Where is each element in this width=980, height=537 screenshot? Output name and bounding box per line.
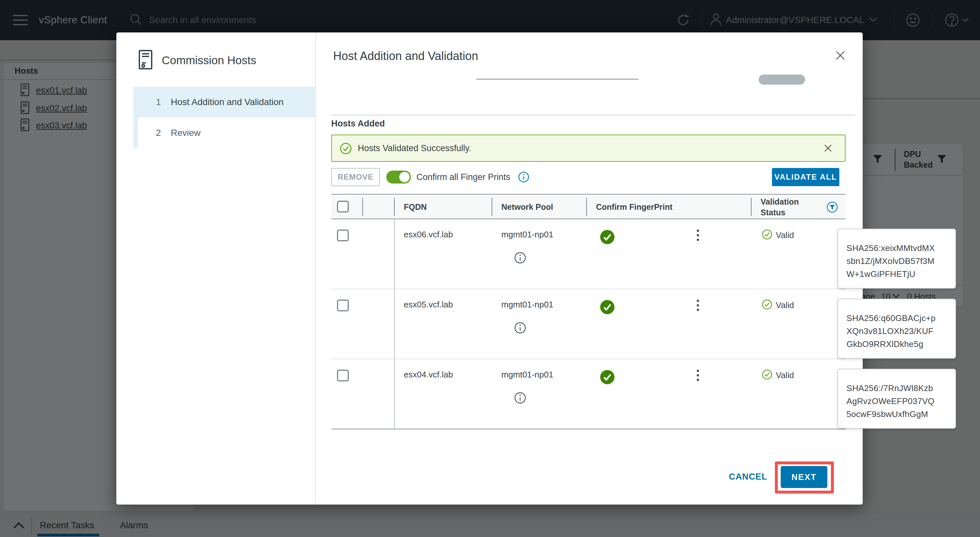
remove-button[interactable]: REMOVE (331, 168, 380, 186)
valid-status-icon (762, 299, 773, 311)
info-icon[interactable] (514, 392, 526, 405)
page-title: Host Addition and Validation (333, 49, 478, 63)
cell-validation-status: Valid (776, 300, 794, 310)
success-banner: Hosts Validated Successfully. (331, 135, 845, 162)
next-button[interactable]: NEXT (781, 466, 827, 488)
row-checkbox[interactable] (337, 370, 349, 381)
confirm-fingerprints-toggle[interactable] (386, 171, 411, 183)
cell-validation-status: Valid (776, 230, 794, 240)
section-divider (331, 115, 856, 115)
info-icon[interactable] (514, 252, 526, 265)
success-check-icon (340, 142, 352, 156)
scrolled-input-underline (476, 79, 638, 80)
table-row: esx06.vcf.lab mgmt01-np01 SHA256:xeixMMt… (331, 219, 845, 289)
modal-title: Commission Hosts (162, 54, 256, 67)
cell-fqdn: esx06.vcf.lab (404, 229, 453, 240)
row-checkbox[interactable] (337, 300, 349, 311)
fingerprint-line: XQn3v81LOXh23/KUF (846, 325, 947, 338)
cell-network-pool: mgmt01-np01 (501, 300, 553, 310)
fingerprint-line: AgRvzOWeEFP037VQ (846, 395, 947, 408)
fingerprint-line: W+1wGiPFHETjU (846, 268, 947, 280)
step-label: Review (171, 128, 200, 138)
banner-close-icon[interactable] (824, 143, 832, 154)
fingerprint-line: SHA256:/7RnJWl8Kzb (846, 382, 947, 395)
scrolled-disabled-button (759, 75, 805, 84)
row-actions-kebab-icon[interactable] (697, 229, 699, 241)
wizard-sidebar: Commission Hosts 1 Host Addition and Val… (116, 32, 316, 505)
hosts-added-heading: Hosts Added (331, 119, 385, 129)
cell-fqdn: esx05.vcf.lab (404, 300, 453, 310)
banner-message: Hosts Validated Successfully. (358, 135, 471, 161)
close-icon[interactable] (835, 50, 846, 61)
table-header: FQDN Network Pool Confirm FingerPrint Va… (331, 194, 845, 219)
select-all-checkbox[interactable] (337, 201, 349, 212)
valid-status-icon (762, 369, 773, 381)
step-number: 1 (156, 97, 171, 107)
cell-validation-status: Valid (776, 370, 794, 380)
step-label: Host Addition and Validation (171, 97, 283, 107)
valid-status-icon (762, 229, 773, 241)
wizard-content: Host Addition and Validation Hosts Added… (316, 32, 863, 505)
row-actions-kebab-icon[interactable] (697, 370, 699, 381)
fingerprint-line: 5ocwF9sbwUxfhGgM (846, 408, 947, 421)
column-header-confirm-fingerprint[interactable]: Confirm FingerPrint (596, 202, 673, 212)
column-header-network-pool[interactable]: Network Pool (501, 202, 553, 212)
wizard-steps: 1 Host Addition and Validation 2 Review (133, 86, 316, 148)
fingerprint-field[interactable]: SHA256:xeixMMtvdMX sbn1Z/jMXolvDB57f3M W… (837, 229, 956, 288)
fingerprint-line: sbn1Z/jMXolvDB57f3M (846, 255, 947, 268)
table-row: esx05.vcf.lab mgmt01-np01 SHA256:q60GBAC… (331, 289, 845, 359)
toggle-knob (399, 172, 410, 182)
cell-fqdn: esx04.vcf.lab (404, 370, 453, 380)
cell-network-pool: mgmt01-np01 (501, 229, 553, 240)
column-header-validation-status[interactable]: Validation Status (760, 196, 808, 218)
fingerprint-confirmed-icon (600, 229, 615, 246)
table-body: esx06.vcf.lab mgmt01-np01 SHA256:xeixMMt… (331, 219, 845, 429)
info-icon[interactable] (518, 171, 530, 184)
fingerprint-confirmed-icon (600, 300, 615, 316)
fingerprint-confirmed-icon (600, 370, 615, 386)
row-actions-kebab-icon[interactable] (697, 300, 699, 311)
info-icon[interactable] (514, 322, 526, 335)
fingerprint-field[interactable]: SHA256:q60GBACjc+p XQn3v81LOXh23/KUF Gkb… (837, 299, 956, 359)
toggle-label: Confirm all Finger Prints (417, 168, 511, 186)
commission-hosts-icon (138, 49, 153, 71)
row-checkbox[interactable] (337, 229, 349, 241)
cell-network-pool: mgmt01-np01 (501, 370, 553, 380)
step-host-addition-and-validation[interactable]: 1 Host Addition and Validation (138, 86, 316, 117)
column-header-fqdn[interactable]: FQDN (404, 202, 427, 212)
commission-hosts-modal: Commission Hosts 1 Host Addition and Val… (116, 32, 863, 505)
step-number: 2 (156, 128, 171, 138)
fingerprint-field[interactable]: SHA256:/7RnJWl8Kzb AgRvzOWeEFP037VQ 5ocw… (837, 369, 956, 429)
fingerprint-line: SHA256:xeixMMtvdMX (846, 242, 947, 255)
fingerprint-line: GkbO9RRXlDkhe5g (846, 338, 947, 351)
step-review[interactable]: 2 Review (138, 117, 316, 148)
filter-icon[interactable] (827, 202, 838, 214)
table-row: esx04.vcf.lab mgmt01-np01 SHA256:/7RnJWl… (331, 359, 845, 429)
cancel-button[interactable]: CANCEL (729, 472, 767, 482)
fingerprint-line: SHA256:q60GBACjc+p (846, 312, 947, 325)
validate-all-button[interactable]: VALIDATE ALL (772, 168, 839, 186)
